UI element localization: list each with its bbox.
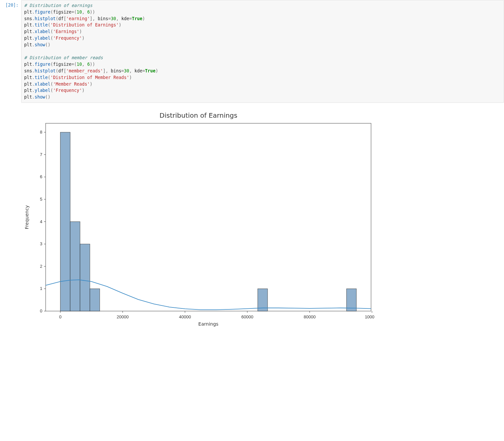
chart: Distribution of Earnings 020000400006000… <box>22 111 374 328</box>
plot-frame <box>46 123 371 311</box>
y-tick-label: 7 <box>40 152 42 157</box>
bar <box>90 289 100 311</box>
output-cell: Distribution of Earnings 020000400006000… <box>0 105 504 332</box>
y-tick-label: 1 <box>40 286 42 291</box>
chart-svg: 020000400006000080000100000012345678Earn… <box>22 120 374 328</box>
code-cell: [20]: # Distribution of earnings plt.fig… <box>0 0 504 103</box>
code-input[interactable]: # Distribution of earnings plt.figure(fi… <box>21 0 504 103</box>
output-prompt <box>0 105 21 332</box>
bar <box>80 244 90 311</box>
y-tick-label: 0 <box>40 308 42 313</box>
output-area: Distribution of Earnings 020000400006000… <box>21 105 504 332</box>
y-axis-label: Frequency <box>24 205 29 229</box>
y-tick-label: 6 <box>40 174 42 179</box>
x-tick-label: 20000 <box>117 314 129 319</box>
y-tick-label: 2 <box>40 264 42 269</box>
x-axis-label: Earnings <box>198 321 219 327</box>
bar <box>347 289 357 311</box>
x-tick-label: 80000 <box>304 314 315 319</box>
y-tick-label: 8 <box>40 130 42 135</box>
y-tick-label: 4 <box>40 219 42 224</box>
bar <box>60 132 70 311</box>
cell-prompt: [20]: <box>0 0 21 103</box>
bar <box>70 221 80 311</box>
y-tick-label: 3 <box>40 241 42 246</box>
x-tick-label: 0 <box>59 314 62 319</box>
chart-title: Distribution of Earnings <box>22 111 374 119</box>
x-tick-label: 40000 <box>179 314 191 319</box>
x-tick-label: 60000 <box>241 314 253 319</box>
x-tick-label: 100000 <box>365 314 374 319</box>
y-tick-label: 5 <box>40 197 42 202</box>
